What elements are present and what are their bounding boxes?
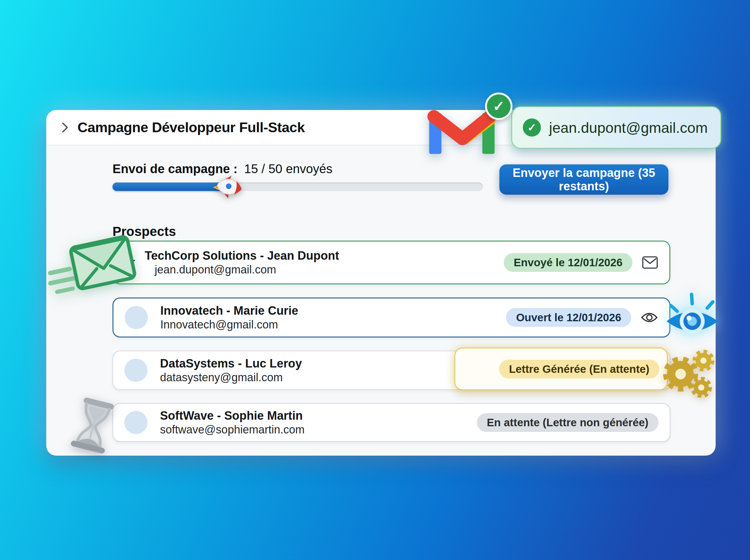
- page-title: Campagne Développeur Full-Stack: [78, 119, 305, 136]
- envelope-icon[interactable]: [642, 256, 658, 269]
- prospect-email: softwave@sophiemartin.com: [160, 423, 305, 437]
- prospect-email: datasysteny@gmail.com: [160, 371, 302, 384]
- prospect-email: Innovatech@gmail.com: [160, 318, 298, 332]
- campaign-progress-bar: [113, 182, 483, 191]
- prospects-heading: Prospects: [113, 224, 176, 239]
- prospect-email: jean.dupont@gmail.com: [155, 263, 339, 277]
- status-badge-opened: Ouvert le 12/01/2026: [506, 308, 631, 327]
- progress-fill: [113, 182, 227, 191]
- status-badge-waiting: En attente (Lettre non générée): [477, 413, 658, 432]
- prospect-name: SoftWave - Sophie Martin: [160, 408, 305, 423]
- progress-label: Envoi de campagne : 15 / 50 envoyés: [113, 162, 332, 176]
- avatar: [124, 411, 147, 434]
- avatar: [125, 306, 148, 329]
- prospect-name: TechCorp Solutions - Jean Dupont: [145, 248, 339, 263]
- send-campaign-button[interactable]: Envoyer la campagne (35 restants): [499, 164, 668, 195]
- prospect-name: Innovatech - Marie Curie: [160, 303, 298, 318]
- app-background: Campagne Développeur Full-Stack Envoi de…: [0, 0, 750, 560]
- campaign-panel: Campagne Développeur Full-Stack Envoi de…: [46, 110, 716, 456]
- status-badge-sent: Envoyé le 12/01/2026: [504, 253, 632, 272]
- prospect-row-techcorp[interactable]: TechCorp Solutions - Jean Dupont jean.du…: [113, 241, 670, 284]
- account-chip[interactable]: ✓ jean.dupont@gmail.com: [511, 106, 721, 149]
- avatar: [124, 359, 147, 382]
- eye-icon[interactable]: [641, 311, 658, 324]
- account-email: jean.dupont@gmail.com: [549, 119, 708, 136]
- progress-label-value: 15 / 50 envoyés: [244, 162, 332, 176]
- chevron-down-icon[interactable]: [125, 259, 135, 266]
- prospect-row-innovatech[interactable]: Innovatech - Marie Curie Innovatech@gmai…: [113, 298, 670, 338]
- chevron-right-icon[interactable]: [61, 121, 69, 134]
- check-circle-icon: ✓: [523, 118, 541, 137]
- prospect-name: DataSystems - Luc Leroy: [160, 356, 302, 371]
- generated-letter-popover: Lettre Générée (En attente): [454, 347, 668, 390]
- status-badge-generated: Lettre Générée (En attente): [499, 360, 660, 378]
- verified-check-icon: ✓: [485, 93, 512, 120]
- prospect-row-softwave[interactable]: SoftWave - Sophie Martin softwave@sophie…: [113, 403, 670, 442]
- progress-label-text: Envoi de campagne :: [113, 162, 238, 176]
